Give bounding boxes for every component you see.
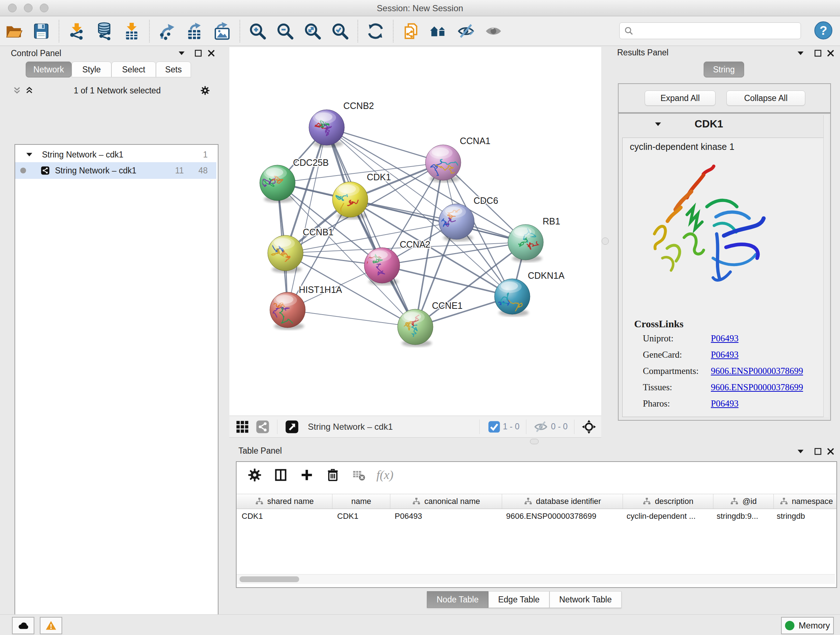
tab-node-table[interactable]: Node Table xyxy=(427,591,488,608)
crosslink-link[interactable]: P06493 xyxy=(711,333,738,344)
table-cell[interactable]: P06493 xyxy=(390,509,501,524)
tab-network[interactable]: Network xyxy=(26,62,72,78)
horizontal-scrollbar[interactable] xyxy=(237,574,835,584)
zoom-fit-icon[interactable] xyxy=(302,21,323,41)
network-canvas[interactable]: CCNB2 CCNA1 CDC25B CDK1 CDC6 RB1 CCNB1 xyxy=(229,47,601,416)
import-table-icon[interactable] xyxy=(122,21,142,41)
network-view-icon[interactable] xyxy=(256,420,270,434)
open-session-icon[interactable] xyxy=(4,21,24,41)
selected-count-badge: 1 - 0 xyxy=(503,422,519,432)
collapse-results-icon[interactable] xyxy=(794,47,807,59)
crosslink-link[interactable]: P06493 xyxy=(711,350,738,360)
tab-edge-table[interactable]: Edge Table xyxy=(488,591,549,608)
import-database-icon[interactable] xyxy=(94,21,114,41)
zoom-in-icon[interactable] xyxy=(248,21,268,41)
crosslinks-list: Uniprot:P06493GeneCard:P06493Compartment… xyxy=(643,333,816,415)
gene-expander-icon[interactable] xyxy=(652,118,664,130)
search-box[interactable] xyxy=(619,22,801,39)
tab-string[interactable]: String xyxy=(704,62,744,78)
network-graph[interactable]: CCNB2 CCNA1 CDC25B CDK1 CDC6 RB1 CCNB1 xyxy=(229,47,601,416)
table-cell[interactable]: 9606.ENSP00000378699 xyxy=(501,509,622,524)
network-edge xyxy=(350,200,526,242)
memory-button[interactable]: Memory xyxy=(781,617,834,634)
gene-header-row[interactable]: CDK1 xyxy=(619,116,829,134)
collapse-panel-icon[interactable] xyxy=(175,47,188,59)
crosslink-link[interactable]: 9606.ENSP00000378699 xyxy=(711,366,803,376)
home-panes-icon[interactable] xyxy=(428,21,448,41)
help-button[interactable]: ? xyxy=(814,21,833,40)
expand-all-icon[interactable] xyxy=(23,84,35,97)
protein-structure-image xyxy=(633,163,772,289)
float-table-icon[interactable] xyxy=(812,445,824,458)
crosslink-link[interactable]: 9606.ENSP00000378699 xyxy=(711,382,803,393)
close-results-icon[interactable] xyxy=(824,47,837,59)
selected-checkbox-icon[interactable] xyxy=(487,420,498,434)
network-node-CCNB2[interactable]: CCNB2 xyxy=(309,101,374,147)
show-columns-icon[interactable] xyxy=(273,467,289,483)
expand-all-button[interactable]: Expand All xyxy=(645,90,715,106)
collapse-all-button[interactable]: Collapse All xyxy=(726,90,805,106)
export-network-icon[interactable] xyxy=(157,21,177,41)
scrollbar-thumb[interactable] xyxy=(240,576,299,582)
export-table-icon[interactable] xyxy=(185,21,205,41)
network-node-CDC6[interactable]: CDC6 xyxy=(433,195,498,241)
tab-select[interactable]: Select xyxy=(111,62,156,78)
save-session-icon[interactable] xyxy=(31,21,51,41)
close-panel-icon[interactable] xyxy=(205,47,218,59)
column-header-canonical-name[interactable]: canonical name xyxy=(390,494,502,509)
table-cell[interactable]: stringdb:9... xyxy=(712,509,772,524)
zoom-selected-icon[interactable] xyxy=(330,21,350,41)
table-cell[interactable]: CDK1 xyxy=(237,509,332,524)
tab-sets[interactable]: Sets xyxy=(156,62,191,78)
network-node-HIST1H1A[interactable]: HIST1H1A xyxy=(269,285,342,330)
collapse-all-icon[interactable] xyxy=(11,84,23,97)
table-cell[interactable]: CDK1 xyxy=(332,509,390,524)
column-header-name[interactable]: name xyxy=(332,494,390,509)
gear-icon[interactable] xyxy=(199,84,211,97)
network-row[interactable]: String Network – cdk1 11 48 xyxy=(15,162,216,179)
crosslink-link[interactable]: P06493 xyxy=(711,399,738,409)
clone-network-icon[interactable] xyxy=(401,21,421,41)
column-header-description[interactable]: description xyxy=(623,494,714,509)
close-table-icon[interactable] xyxy=(824,445,837,458)
fit-content-crosshair-icon[interactable] xyxy=(582,420,596,434)
network-list-toolbar: 1 of 1 Network selected xyxy=(11,82,213,98)
add-column-icon[interactable] xyxy=(299,467,315,483)
search-input[interactable] xyxy=(634,22,801,39)
collapse-table-icon[interactable] xyxy=(794,445,807,458)
tab-network-table[interactable]: Network Table xyxy=(549,591,622,608)
delete-column-icon[interactable] xyxy=(325,467,341,483)
network-node-CCNB1[interactable]: CCNB1 xyxy=(268,227,333,273)
bottom-splitter-handle[interactable] xyxy=(530,439,538,444)
table-cell[interactable]: cyclin-dependent ... xyxy=(622,509,712,524)
network-collection-row[interactable]: String Network – cdk1 1 xyxy=(15,147,216,162)
hide-eye-icon[interactable] xyxy=(456,21,476,41)
table-row[interactable]: CDK1CDK1P064939606.ENSP00000378699cyclin… xyxy=(237,509,836,524)
show-eye-icon[interactable] xyxy=(483,21,504,41)
results-scrollbar[interactable] xyxy=(823,115,829,417)
network-node-CCNE1[interactable]: CCNE1 xyxy=(398,301,463,347)
delete-table-icon xyxy=(351,467,367,483)
grid-view-icon[interactable] xyxy=(235,420,249,434)
column-header-shared-name[interactable]: shared name xyxy=(237,494,332,509)
export-image-icon[interactable] xyxy=(212,21,232,41)
float-panel-icon[interactable] xyxy=(192,47,204,59)
refresh-layout-icon[interactable] xyxy=(365,21,386,41)
float-results-icon[interactable] xyxy=(812,47,824,59)
network-node-CDKN1A[interactable]: CDKN1A xyxy=(494,271,565,317)
column-header-database-identifier[interactable]: database identifier xyxy=(502,494,623,509)
network-node-CCNA1[interactable]: CCNA1 xyxy=(425,136,491,182)
column-header-namespace[interactable]: namespace xyxy=(774,494,837,509)
import-network-icon[interactable] xyxy=(66,21,87,41)
collection-expander-icon[interactable] xyxy=(23,149,35,161)
table-cell[interactable]: stringdb xyxy=(772,509,836,524)
hidden-eye-icon[interactable] xyxy=(534,420,546,434)
warnings-button[interactable] xyxy=(40,617,62,634)
zoom-out-icon[interactable] xyxy=(275,21,295,41)
table-settings-gear-icon[interactable] xyxy=(247,467,263,483)
column-header--id[interactable]: @id xyxy=(714,494,774,509)
detach-view-icon[interactable] xyxy=(285,420,299,434)
tab-style[interactable]: Style xyxy=(72,62,111,78)
cloud-button[interactable] xyxy=(12,617,34,634)
network-node-RB1[interactable]: RB1 xyxy=(508,216,561,262)
